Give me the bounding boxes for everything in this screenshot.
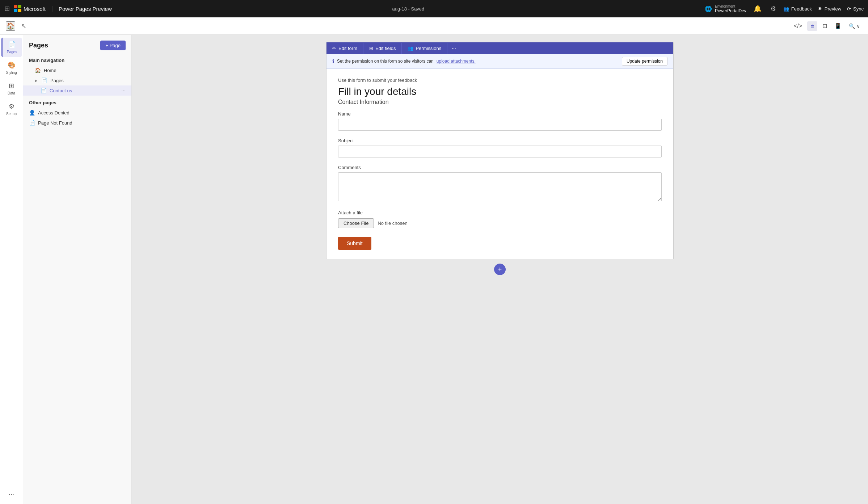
home-button[interactable]: 🏠 (6, 21, 15, 31)
contact-nav-label: Contact us (50, 88, 72, 93)
permissions-icon: 👥 (408, 46, 413, 51)
no-file-text: No file chosen (378, 220, 407, 226)
data-label: Data (8, 91, 15, 95)
edit-form-label: Edit form (338, 46, 357, 51)
sidebar-item-more[interactable]: ··· (1, 488, 22, 501)
grid-icon[interactable]: ⊞ (4, 5, 10, 13)
attach-section: Attach a file Choose File No file chosen (338, 210, 662, 228)
main-nav-title: Main navigation (23, 53, 131, 65)
brand-name: Microsoft (24, 6, 46, 12)
form-content: Use this form to submit your feedback Fi… (326, 69, 673, 259)
home-nav-label: Home (44, 68, 56, 73)
env-name: PowerPortalDev (715, 8, 746, 13)
sidebar-item-styling[interactable]: 🎨 Styling (1, 58, 22, 77)
topbar-separator: | (51, 5, 53, 12)
data-icon: ⊞ (9, 82, 14, 90)
preview-icon: 👁 (818, 6, 822, 12)
microsoft-logo: Microsoft (14, 5, 46, 12)
view-controls: </> 🖥 ⊡ 📱 🔍 ∨ (792, 21, 862, 31)
access-denied-label: Access Denied (38, 110, 69, 116)
filename: aug-18 - Saved (392, 6, 424, 12)
form-main-title: Fill in your details (338, 86, 662, 97)
add-page-button[interactable]: + Page (100, 41, 126, 50)
env-label: Environment (715, 4, 746, 8)
main-layout: 📄 Pages 🎨 Styling ⊞ Data ⚙ Set up ··· Pa… (0, 35, 868, 504)
environment-selector[interactable]: 🌐 Environment PowerPortalDev (705, 4, 746, 13)
comments-input[interactable] (338, 172, 662, 201)
subject-field: Subject (338, 138, 662, 158)
nav-item-pages[interactable]: ▶ 📄 Pages (23, 75, 131, 85)
edit-form-button[interactable]: ✏ Edit form (326, 43, 363, 54)
name-input[interactable] (338, 119, 662, 131)
pages-chevron: ▶ (35, 79, 38, 83)
contact-nav-icon: 📄 (41, 88, 47, 93)
pages-panel-title: Pages (29, 42, 48, 49)
edit-fields-label: Edit fields (375, 46, 396, 51)
page-not-found-label: Page Not Found (38, 120, 72, 126)
nav-item-page-not-found[interactable]: 📄 Page Not Found (23, 118, 131, 128)
notification-bell[interactable]: 🔔 (752, 3, 763, 14)
info-icon: ℹ (332, 58, 334, 64)
sidebar-item-data[interactable]: ⊞ Data (1, 79, 22, 98)
code-view-button[interactable]: </> (792, 21, 804, 31)
topbar-right: 🌐 Environment PowerPortalDev 🔔 ⚙ 👥 Feedb… (705, 3, 864, 14)
tablet-view-button[interactable]: ⊡ (820, 21, 829, 31)
zoom-button[interactable]: 🔍 ∨ (847, 22, 862, 30)
update-permission-button[interactable]: Update permission (622, 57, 667, 66)
topbar: ⊞ Microsoft | Power Pages Preview aug-18… (0, 0, 868, 17)
setup-label: Set up (6, 112, 17, 116)
nav-item-access-denied[interactable]: 👤 Access Denied (23, 108, 131, 118)
edit-fields-icon: ⊞ (369, 46, 373, 51)
globe-icon: 🌐 (705, 5, 712, 12)
choose-file-button[interactable]: Choose File (338, 218, 374, 228)
env-text: Environment PowerPortalDev (715, 4, 746, 13)
cursor-tool[interactable]: ↖ (21, 22, 26, 30)
app-name: Power Pages Preview (59, 6, 112, 12)
form-toolbar: ✏ Edit form ⊞ Edit fields 👥 Permissions … (326, 42, 673, 54)
feedback-button[interactable]: 👥 Feedback (783, 6, 812, 12)
edit-fields-button[interactable]: ⊞ Edit fields (363, 43, 402, 54)
nav-item-home[interactable]: 🏠 Home (23, 65, 131, 75)
preview-label: Preview (825, 6, 841, 12)
more-icon: ··· (9, 491, 14, 498)
settings-icon[interactable]: ⚙ (769, 3, 778, 14)
feedback-icon: 👥 (783, 6, 789, 12)
mobile-view-button[interactable]: 📱 (832, 21, 844, 31)
sync-button[interactable]: ⟳ Sync (847, 6, 864, 12)
permission-notice-text: Set the permission on this form so site … (337, 59, 434, 64)
permissions-label: Permissions (416, 46, 441, 51)
subject-label: Subject (338, 138, 662, 143)
name-field: Name (338, 111, 662, 131)
sidebar-item-pages[interactable]: 📄 Pages (1, 38, 22, 57)
submit-button[interactable]: Submit (338, 237, 371, 250)
topbar-center: aug-18 - Saved (116, 6, 700, 12)
other-pages-title: Other pages (23, 96, 131, 108)
form-more-button[interactable]: ··· (447, 42, 460, 54)
access-denied-icon: 👤 (29, 110, 35, 116)
contact-more-icon[interactable]: ··· (121, 88, 126, 93)
pages-nav-label: Pages (50, 78, 64, 83)
add-section-row: + (326, 259, 674, 280)
canvas-area: ✏ Edit form ⊞ Edit fields 👥 Permissions … (132, 35, 868, 504)
setup-icon: ⚙ (9, 102, 14, 110)
nav-item-contact-us[interactable]: 📄 Contact us ··· (23, 85, 131, 96)
comments-field: Comments (338, 165, 662, 203)
permission-link[interactable]: upload attachments. (437, 59, 476, 64)
sync-icon: ⟳ (847, 6, 851, 12)
secondary-bar: 🏠 ↖ </> 🖥 ⊡ 📱 🔍 ∨ (0, 17, 868, 35)
desktop-view-button[interactable]: 🖥 (807, 21, 817, 31)
add-section-button[interactable]: + (494, 264, 506, 275)
file-input-row: Choose File No file chosen (338, 218, 662, 228)
form-canvas: ✏ Edit form ⊞ Edit fields 👥 Permissions … (326, 42, 674, 259)
preview-button[interactable]: 👁 Preview (818, 6, 841, 12)
comments-label: Comments (338, 165, 662, 170)
permissions-button[interactable]: 👥 Permissions (402, 43, 447, 54)
icon-sidebar: 📄 Pages 🎨 Styling ⊞ Data ⚙ Set up ··· (0, 35, 23, 504)
subject-input[interactable] (338, 146, 662, 158)
logo-squares (14, 5, 21, 12)
attach-label: Attach a file (338, 210, 662, 215)
home-nav-icon: 🏠 (35, 67, 41, 73)
pages-label: Pages (7, 50, 17, 54)
sidebar-item-setup[interactable]: ⚙ Set up (1, 100, 22, 119)
sync-label: Sync (853, 6, 864, 12)
